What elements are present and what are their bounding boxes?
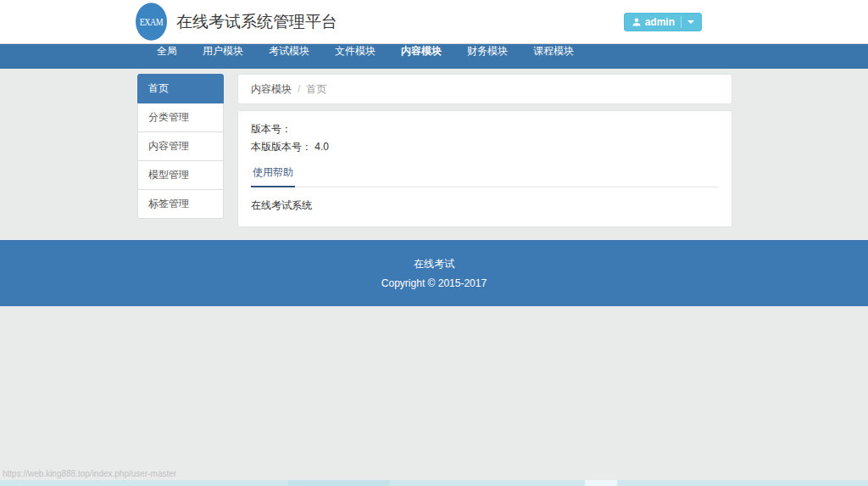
nav-item-file-module[interactable]: 文件模块 [322, 44, 388, 59]
nav-item-finance-module[interactable]: 财务模块 [454, 44, 520, 59]
exam-logo-text: EXAM [140, 16, 163, 27]
sidebar-item-tag-management[interactable]: 标签管理 [137, 190, 224, 219]
main-navbar: 全局 用户模块 考试模块 文件模块 内容模块 财务模块 课程模块 [0, 44, 868, 69]
sidebar-item-model-management[interactable]: 模型管理 [137, 161, 224, 190]
nav-item-course-module[interactable]: 课程模块 [520, 44, 587, 59]
help-tabs: 使用帮助 [251, 164, 719, 187]
version-panel: 版本号： 本版版本号： 4.0 使用帮助 在线考试系统 [237, 110, 732, 227]
content-area: 首页 分类管理 内容管理 模型管理 标签管理 内容模块 / 首页 版本号： 本版… [0, 69, 868, 240]
user-name-label: admin [645, 16, 675, 28]
help-content-text: 在线考试系统 [251, 198, 719, 213]
breadcrumb-separator: / [298, 83, 300, 95]
nav-item-exam-module[interactable]: 考试模块 [256, 44, 322, 59]
user-dropdown-button[interactable]: admin [624, 13, 702, 31]
bottom-edge-strip [0, 480, 868, 486]
status-bar-url: https://web.king888.top/index.php/user-m… [3, 469, 176, 478]
tab-usage-help[interactable]: 使用帮助 [251, 165, 295, 187]
user-icon [632, 17, 642, 27]
version-value: 本版版本号： 4.0 [251, 138, 719, 156]
app-header: EXAM 在线考试系统管理平台 admin [0, 0, 868, 44]
breadcrumb-parent: 内容模块 [251, 82, 292, 97]
nav-item-global[interactable]: 全局 [144, 44, 190, 59]
nav-item-content-module[interactable]: 内容模块 [388, 44, 454, 59]
breadcrumb: 内容模块 / 首页 [237, 74, 732, 104]
breadcrumb-current: 首页 [306, 82, 326, 97]
footer-site-name: 在线考试 [0, 240, 868, 271]
exam-logo: EXAM [136, 3, 167, 40]
caret-down-icon [687, 20, 694, 24]
navbar-menu: 全局 用户模块 考试模块 文件模块 内容模块 财务模块 课程模块 [136, 44, 732, 59]
sidebar-item-content-management[interactable]: 内容管理 [137, 132, 224, 161]
version-label: 版本号： [251, 120, 719, 138]
bottom-strip-segment [288, 480, 390, 486]
page-footer: 在线考试 Copyright © 2015-2017 [0, 240, 868, 306]
main-panel: 内容模块 / 首页 版本号： 本版版本号： 4.0 使用帮助 在线考试系统 [237, 74, 732, 227]
page-title: 在线考试系统管理平台 [176, 11, 337, 33]
nav-item-user-module[interactable]: 用户模块 [190, 44, 256, 59]
sidebar-item-home[interactable]: 首页 [137, 74, 224, 103]
sidebar-menu: 首页 分类管理 内容管理 模型管理 标签管理 [137, 74, 224, 219]
button-divider [681, 16, 682, 28]
sidebar-item-category-management[interactable]: 分类管理 [137, 103, 224, 132]
bottom-strip-segment [585, 480, 617, 486]
footer-copyright: Copyright © 2015-2017 [0, 277, 868, 289]
